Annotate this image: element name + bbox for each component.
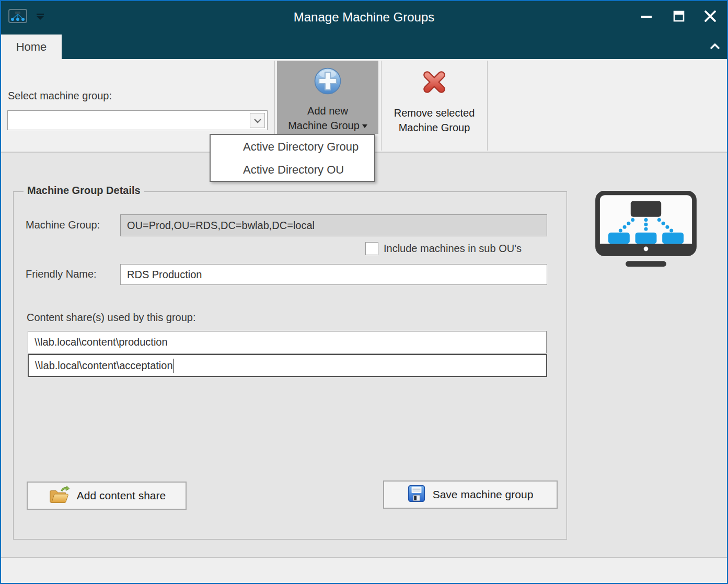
machine-group-combobox[interactable] [7,110,268,130]
machine-group-details-legend: Machine Group Details [24,185,144,197]
tab-home-label: Home [16,40,47,54]
minimize-button[interactable] [635,6,658,26]
ribbon-tab-row [1,35,727,59]
machine-group-value-field[interactable] [120,214,547,236]
add-new-line1: Add new [307,104,348,118]
manage-machine-groups-window: Manage Machine Groups Home Select machin… [0,0,728,584]
close-button[interactable] [699,6,722,26]
add-content-share-label: Add content share [77,489,166,502]
ribbon-separator [381,61,382,151]
add-content-share-button[interactable]: Add content share [27,482,187,510]
include-sub-ous-checkbox[interactable] [365,242,378,255]
dropdown-caret-icon [362,124,367,128]
maximize-button[interactable] [667,6,690,26]
menu-item-active-directory-group[interactable]: Active Directory Group [211,135,374,158]
select-machine-group-label: Select machine group: [8,90,112,102]
add-new-machine-group-button[interactable]: Add new Machine Group [277,61,378,134]
content-share-2-value: \\lab.local\content\acceptation [35,360,173,372]
ribbon-separator [487,61,488,151]
add-machine-group-menu: Active Directory Group Active Directory … [210,134,375,182]
menu-item-active-directory-ou[interactable]: Active Directory OU [211,158,374,181]
minimize-icon [640,10,653,22]
add-new-line2: Machine Group [288,118,367,133]
combobox-dropdown-button[interactable] [250,113,265,128]
content-share-1-value: \\lab.local\content\production [34,336,168,348]
chevron-down-icon [253,118,262,123]
save-machine-group-button[interactable]: Save machine group [383,480,558,509]
remove-line1: Remove selected [394,106,475,120]
include-sub-ous-label: Include machines in sub OU's [384,243,522,255]
open-folder-icon [48,485,70,507]
maximize-icon [673,10,685,22]
collapse-ribbon-button[interactable] [709,42,721,51]
content-share-field-1[interactable]: \\lab.local\content\production [28,331,547,353]
remove-line2: Machine Group [399,120,470,135]
status-bar [1,557,727,583]
text-cursor [174,359,174,373]
content-share-field-2[interactable]: \\lab.local\content\acceptation [28,354,547,377]
remove-x-icon [419,67,449,101]
chevron-up-icon [709,42,721,51]
close-icon [703,9,717,23]
machine-group-network-illustration [595,191,697,268]
machine-group-label: Machine Group: [26,219,100,231]
friendly-name-label: Friendly Name: [26,268,97,280]
window-title: Manage Machine Groups [1,10,727,25]
friendly-name-field[interactable] [120,264,547,285]
floppy-disk-icon [408,485,425,505]
content-shares-label: Content share(s) used by this group: [27,312,196,324]
tab-home[interactable]: Home [1,35,62,59]
add-plus-icon [314,67,342,99]
remove-selected-machine-group-button[interactable]: Remove selected Machine Group [383,61,486,134]
save-machine-group-label: Save machine group [433,488,534,501]
